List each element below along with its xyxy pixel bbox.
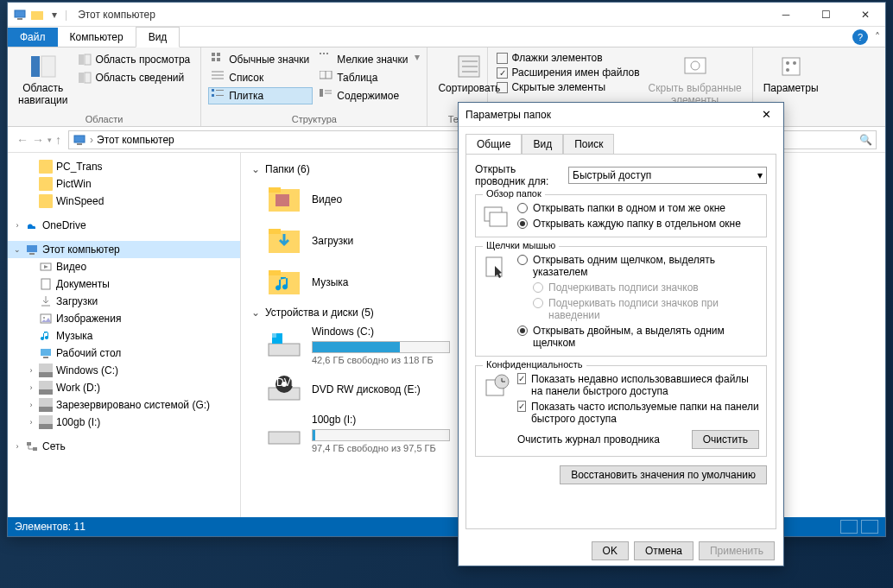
checkbox-extensions[interactable]: ✓Расширения имен файлов: [495, 66, 641, 79]
normal-icons-button[interactable]: Обычные значки: [208, 51, 313, 68]
svg-rect-41: [29, 253, 35, 255]
radio-same-window[interactable]: Открывать папки в одном и том же окне: [517, 202, 759, 214]
restore-defaults-button[interactable]: Восстановить значения по умолчанию: [560, 465, 767, 484]
svg-rect-49: [43, 357, 48, 358]
preview-pane-button[interactable]: Область просмотра: [74, 51, 193, 68]
tree-item-pictures[interactable]: Изображения: [8, 310, 240, 327]
up-button[interactable]: ↑: [55, 133, 61, 147]
svg-point-35: [786, 61, 789, 65]
check-show-frequent[interactable]: ✓Показать часто используемые папки на па…: [517, 401, 759, 425]
video-icon: [39, 260, 53, 274]
dialog-tab-search[interactable]: Поиск: [563, 134, 614, 155]
small-icons-button[interactable]: Мелкие значки: [316, 51, 411, 68]
tree-item-network[interactable]: ›Сеть: [8, 438, 240, 455]
svg-rect-0: [15, 10, 25, 17]
nav-tree[interactable]: PC_Trans PictWin WinSpeed ›OneDrive ⌄Это…: [8, 153, 241, 517]
tree-item-music[interactable]: Музыка: [8, 327, 240, 345]
maximize-button[interactable]: ☐: [806, 3, 846, 27]
browse-legend: Обзор папок: [483, 188, 545, 199]
radio-double-click[interactable]: Открывать двойным, а выделять одним щелч…: [517, 325, 759, 349]
ok-button[interactable]: OK: [592, 541, 629, 560]
clear-history-label: Очистить журнал проводника: [517, 433, 660, 446]
privacy-icon: [483, 373, 510, 401]
document-icon: [39, 277, 53, 291]
tree-item-downloads[interactable]: Загрузки: [8, 293, 240, 310]
clear-button[interactable]: Очистить: [692, 430, 759, 449]
close-button[interactable]: ✕: [846, 3, 885, 27]
cancel-button[interactable]: Отмена: [634, 541, 694, 560]
tree-item-work-d[interactable]: ›Work (D:): [8, 379, 240, 396]
svg-rect-44: [41, 279, 50, 289]
dialog-footer: OK Отмена Применить: [459, 536, 783, 566]
svg-rect-11: [212, 58, 215, 61]
svg-point-47: [43, 317, 45, 319]
apply-button[interactable]: Применить: [699, 541, 775, 560]
svg-rect-3: [31, 56, 40, 77]
svg-rect-16: [212, 89, 214, 92]
tree-item-reserved-g[interactable]: ›Зарезервировано системой (G:): [8, 396, 240, 414]
checkbox-item-checkboxes[interactable]: Флажки элементов: [495, 51, 641, 65]
chevron-up-icon[interactable]: ˄: [875, 31, 880, 43]
breadcrumb: Этот компьютер: [97, 134, 174, 146]
tree-item-documents[interactable]: Документы: [8, 275, 240, 293]
svg-rect-58: [269, 229, 281, 234]
tree-item-onedrive[interactable]: ›OneDrive: [8, 217, 240, 234]
dvd-icon: DVD: [267, 372, 301, 407]
tree-item-winspeed[interactable]: WinSpeed: [8, 193, 240, 210]
svg-rect-7: [79, 73, 84, 83]
back-button[interactable]: ←: [16, 133, 28, 147]
svg-rect-6: [85, 54, 91, 65]
tree-item-windows-c[interactable]: ›Windows (C:): [8, 362, 240, 379]
tree-item-this-pc[interactable]: ⌄Этот компьютер: [8, 241, 240, 258]
open-explorer-select[interactable]: Быстрый доступ▾: [568, 167, 767, 184]
recent-button[interactable]: ▾: [48, 136, 52, 144]
dialog-tab-general[interactable]: Общие: [466, 134, 522, 155]
checkbox-hidden[interactable]: Скрытые элементы: [495, 80, 641, 94]
dialog-body: Открыть проводник для: Быстрый доступ▾ О…: [466, 154, 776, 529]
group-label-layout: Структура: [208, 114, 420, 126]
check-show-recent[interactable]: ✓Показать недавно использовавшиеся файлы…: [517, 373, 759, 397]
table-button[interactable]: Таблица: [316, 69, 411, 86]
dialog-tab-view[interactable]: Вид: [522, 134, 563, 155]
layout-more-icon[interactable]: ▾: [415, 51, 420, 63]
tree-item-videos[interactable]: Видео: [8, 258, 240, 275]
svg-rect-39: [77, 143, 82, 145]
tree-item-desktop[interactable]: Рабочий стол: [8, 345, 240, 362]
ribbon-group-areas: Область навигации Область просмотра Обла…: [8, 47, 201, 126]
radio-single-click[interactable]: Открывать одним щелчком, выделять указат…: [517, 254, 759, 278]
svg-rect-70: [490, 212, 507, 226]
help-button[interactable]: ?: [852, 29, 868, 45]
tab-file[interactable]: Файл: [8, 28, 58, 47]
browse-icon: [483, 202, 510, 230]
options-button[interactable]: Параметры: [760, 51, 822, 96]
nav-pane-button[interactable]: Область навигации: [15, 51, 71, 108]
tree-item-pictwin[interactable]: PictWin: [8, 175, 240, 193]
view-details-button[interactable]: [840, 520, 858, 534]
dialog-close-button[interactable]: ✕: [749, 104, 783, 126]
view-large-button[interactable]: [861, 520, 878, 534]
svg-rect-18: [212, 94, 214, 97]
tree-item-100gb-i[interactable]: ›100gb (I:): [8, 414, 240, 431]
dropdown-icon[interactable]: ▾: [48, 8, 61, 22]
svg-rect-2: [31, 11, 43, 20]
folder-icon: [267, 265, 301, 300]
fieldset-browse: Обзор папок Открывать папки в одном и то…: [475, 194, 767, 237]
computer-icon: [25, 243, 39, 256]
tiles-button[interactable]: Плитка: [208, 87, 313, 104]
minimize-button[interactable]: ─: [766, 3, 806, 27]
fieldset-privacy: Конфиденциальность ✓Показать недавно исп…: [475, 365, 767, 457]
group-label-areas: Области: [15, 114, 193, 126]
svg-rect-34: [782, 58, 800, 75]
list-button[interactable]: Список: [208, 69, 313, 86]
hide-selected-button[interactable]: Скрыть выбранные элементы: [645, 51, 745, 108]
details-pane-button[interactable]: Область сведений: [74, 69, 193, 86]
tree-item-pctrans[interactable]: PC_Trans: [8, 158, 240, 175]
svg-rect-60: [269, 270, 281, 275]
forward-button[interactable]: →: [32, 133, 44, 147]
content-button[interactable]: Содержимое: [316, 87, 411, 104]
dialog-title-bar: Параметры папок ✕: [459, 103, 783, 127]
search-icon: 🔍: [859, 134, 872, 146]
tab-view[interactable]: Вид: [136, 27, 180, 47]
tab-computer[interactable]: Компьютер: [58, 28, 136, 47]
radio-new-window[interactable]: Открывать каждую папку в отдельном окне: [517, 218, 759, 230]
